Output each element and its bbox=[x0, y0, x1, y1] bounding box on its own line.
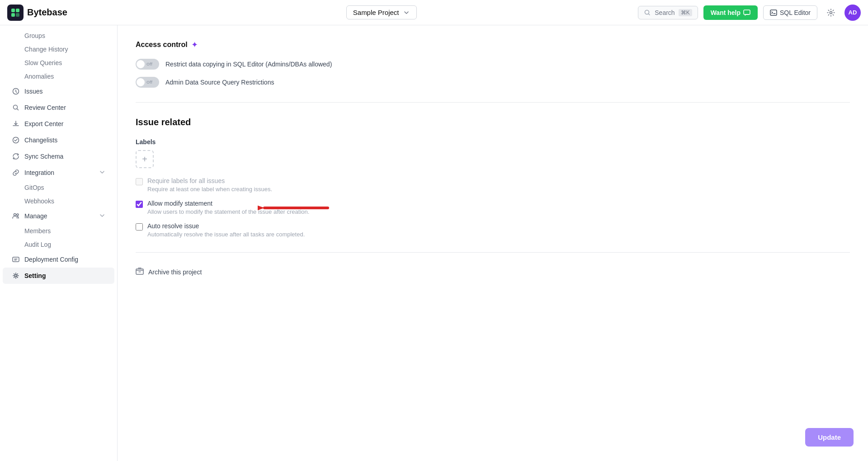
sparkle-icon: ✦ bbox=[191, 40, 198, 50]
sidebar-item-change-history[interactable]: Change History bbox=[3, 42, 114, 56]
sidebar-slow-queries-label: Slow Queries bbox=[24, 59, 62, 66]
chevron-down-icon bbox=[403, 9, 410, 16]
svg-rect-1 bbox=[16, 9, 19, 12]
gear-icon-sidebar bbox=[12, 272, 20, 280]
archive-icon bbox=[136, 267, 144, 277]
layout: Groups Change History Slow Queries Anoma… bbox=[0, 25, 868, 461]
want-help-button[interactable]: Want help bbox=[703, 5, 758, 20]
sidebar-item-webhooks[interactable]: Webhooks bbox=[3, 194, 114, 208]
chevron-down-icon bbox=[99, 169, 105, 177]
sidebar-groups-label: Groups bbox=[24, 32, 45, 39]
download-icon bbox=[12, 120, 20, 128]
restrict-label: Restrict data copying in SQL Editor (Adm… bbox=[165, 61, 332, 68]
review-icon bbox=[12, 103, 20, 112]
sidebar-review-center-label: Review Center bbox=[24, 104, 66, 111]
svg-point-14 bbox=[15, 275, 17, 277]
sidebar-changelists-label: Changelists bbox=[24, 136, 57, 144]
archive-label: Archive this project bbox=[148, 268, 202, 276]
link-icon bbox=[12, 169, 20, 177]
sidebar-item-groups[interactable]: Groups bbox=[3, 29, 114, 42]
topbar-right: Search ⌘K Want help SQL Editor AD bbox=[638, 5, 861, 21]
arrow-annotation-setting bbox=[0, 269, 0, 282]
add-label-button[interactable]: + bbox=[136, 150, 154, 168]
auto-resolve-checkbox[interactable] bbox=[136, 223, 143, 230]
sidebar-item-members[interactable]: Members bbox=[3, 224, 114, 238]
sidebar: Groups Change History Slow Queries Anoma… bbox=[0, 25, 118, 461]
sidebar-item-integration[interactable]: Integration bbox=[3, 165, 114, 181]
sidebar-issues-label: Issues bbox=[24, 88, 42, 95]
chat-icon bbox=[743, 9, 750, 16]
svg-rect-6 bbox=[770, 10, 777, 15]
search-icon bbox=[644, 9, 651, 16]
logo: Bytebase bbox=[7, 5, 125, 21]
toggle-restrict[interactable]: Off bbox=[136, 59, 159, 70]
update-button[interactable]: Update bbox=[805, 428, 854, 447]
require-labels-desc: Require at least one label when creating… bbox=[147, 186, 272, 193]
sidebar-export-center-label: Export Center bbox=[24, 120, 63, 127]
require-labels-content: Require labels for all issues Require at… bbox=[147, 177, 272, 193]
toggle-knob-admin bbox=[137, 78, 145, 86]
issue-related-section: Issue related Labels + Require labels fo… bbox=[136, 117, 850, 238]
svg-rect-5 bbox=[744, 10, 750, 14]
sidebar-item-anomalies[interactable]: Anomalies bbox=[3, 70, 114, 83]
sidebar-item-sync-schema[interactable]: Sync Schema bbox=[3, 148, 114, 165]
sql-editor-label: SQL Editor bbox=[780, 9, 811, 16]
require-labels-label: Require labels for all issues bbox=[147, 177, 272, 184]
sidebar-item-slow-queries[interactable]: Slow Queries bbox=[3, 56, 114, 70]
sidebar-item-manage[interactable]: Manage bbox=[3, 208, 114, 224]
gear-icon bbox=[826, 8, 835, 17]
issue-related-title: Issue related bbox=[136, 117, 850, 127]
sql-editor-button[interactable]: SQL Editor bbox=[763, 5, 817, 20]
svg-rect-0 bbox=[11, 9, 15, 12]
sidebar-gitops-label: GitOps bbox=[24, 184, 44, 191]
main-content: Access control ✦ Off Restrict data copyi… bbox=[118, 25, 868, 461]
sidebar-item-issues[interactable]: Issues bbox=[3, 83, 114, 99]
access-control-title: Access control bbox=[136, 41, 188, 49]
sidebar-integration-label: Integration bbox=[24, 169, 54, 176]
auto-resolve-row: Auto resolve issue Automatically resolve… bbox=[136, 222, 850, 238]
svg-point-7 bbox=[830, 11, 832, 14]
arrow-annotation-allow-modify bbox=[258, 200, 330, 216]
sidebar-item-gitops[interactable]: GitOps bbox=[3, 181, 114, 194]
toggle-admin[interactable]: Off bbox=[136, 77, 159, 88]
topbar-center: Sample Project bbox=[130, 5, 632, 19]
toggle-off-text-admin: Off bbox=[146, 80, 152, 85]
sidebar-setting-label: Setting bbox=[24, 272, 46, 279]
divider-2 bbox=[136, 252, 850, 253]
toggle-row-restrict: Off Restrict data copying in SQL Editor … bbox=[136, 59, 850, 70]
toggle-knob-restrict bbox=[137, 60, 145, 68]
svg-point-11 bbox=[14, 214, 16, 216]
toggle-row-admin: Off Admin Data Source Query Restrictions bbox=[136, 77, 850, 88]
sidebar-item-changelists[interactable]: Changelists bbox=[3, 132, 114, 148]
allow-modify-checkbox[interactable] bbox=[136, 201, 143, 208]
sidebar-item-review-center[interactable]: Review Center bbox=[3, 99, 114, 116]
sidebar-webhooks-label: Webhooks bbox=[24, 198, 54, 205]
labels-title: Labels bbox=[136, 138, 850, 146]
sidebar-change-history-label: Change History bbox=[24, 46, 68, 53]
toggle-off-text-restrict: Off bbox=[146, 62, 152, 66]
settings-icon-button[interactable] bbox=[823, 5, 839, 21]
access-control-section: Access control ✦ Off Restrict data copyi… bbox=[136, 40, 850, 88]
archive-row[interactable]: Archive this project bbox=[136, 267, 850, 277]
sql-editor-icon bbox=[770, 9, 777, 16]
changelists-icon bbox=[12, 136, 20, 144]
sidebar-members-label: Members bbox=[24, 227, 51, 235]
sidebar-item-export-center[interactable]: Export Center bbox=[3, 116, 114, 132]
avatar[interactable]: AD bbox=[844, 5, 861, 21]
sidebar-sync-schema-label: Sync Schema bbox=[24, 153, 63, 160]
divider-1 bbox=[136, 102, 850, 103]
svg-rect-13 bbox=[13, 257, 19, 262]
search-bar[interactable]: Search ⌘K bbox=[638, 6, 698, 19]
project-selector[interactable]: Sample Project bbox=[346, 5, 417, 19]
logo-icon bbox=[7, 5, 24, 21]
require-labels-checkbox[interactable] bbox=[136, 178, 143, 185]
svg-rect-2 bbox=[11, 13, 15, 17]
search-shortcut: ⌘K bbox=[679, 9, 692, 16]
access-control-header: Access control ✦ bbox=[136, 40, 850, 50]
sidebar-audit-log-label: Audit Log bbox=[24, 241, 51, 248]
sidebar-item-setting[interactable]: Setting bbox=[3, 268, 114, 284]
sidebar-manage-label: Manage bbox=[24, 212, 47, 220]
sidebar-item-audit-log[interactable]: Audit Log bbox=[3, 238, 114, 251]
add-label-icon: + bbox=[142, 154, 147, 165]
sidebar-item-deployment-config[interactable]: Deployment Config bbox=[3, 251, 114, 268]
